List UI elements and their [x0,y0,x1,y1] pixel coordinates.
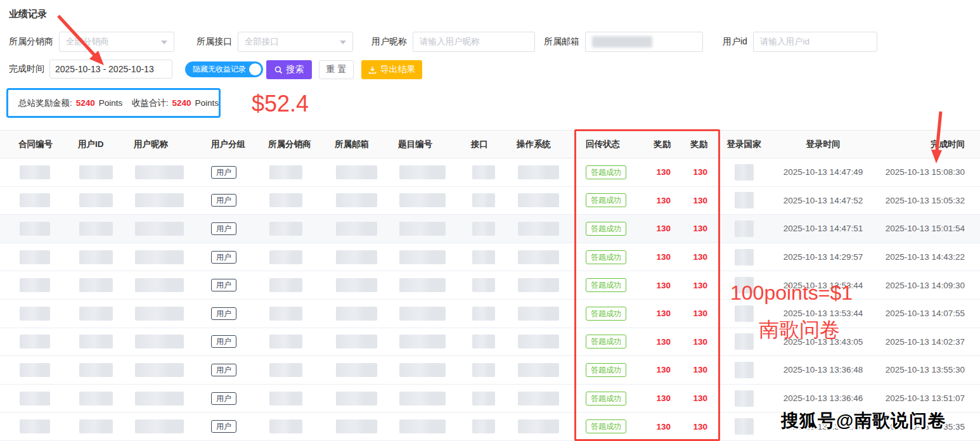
export-button[interactable]: 导出结果 [361,60,422,79]
distributor-select[interactable]: 全部分销商 [59,32,174,52]
email-cell [332,222,395,236]
nickname-cell [131,165,208,179]
reward2-cell: 130 [671,309,707,318]
filter-api: 所属接口 全部接口 [197,32,353,52]
redacted-cell-block [472,363,495,377]
reward2-value: 130 [693,196,707,205]
column-header: 用户分组 [208,139,265,150]
column-header: 题目编号 [395,139,468,150]
email-input[interactable] [585,32,703,52]
redacted-cell-block [20,307,50,321]
user-id-cell [72,392,131,406]
reward-value: 130 [656,337,671,347]
os-cell [513,419,575,433]
column-header: 所属分销商 [265,139,332,150]
distributor-cell [265,250,332,264]
nickname-cell [131,363,208,377]
email-cell [332,335,395,348]
reset-button[interactable]: 重 置 [319,60,354,79]
contract-no-cell [15,363,72,377]
email-cell [332,165,395,179]
api-cell [468,392,513,406]
redacted-cell-block [135,363,184,377]
finish-time-cell: 2025-10-13 15:08:30 [866,167,974,177]
os-cell [513,278,575,292]
question-no-cell [395,165,468,179]
finish-time: 2025-10-13 13:35:35 [886,422,965,431]
redacted-cell-block [336,392,377,406]
redacted-cell-block [79,193,113,207]
redacted-cell-block [135,419,184,433]
reward2-cell: 130 [671,281,707,290]
date-range-input[interactable]: 2025-10-13 - 2025-10-13 [49,60,172,79]
email-cell [332,419,395,433]
table-row: 用户答题成功1301302025-10-13 14:47:522025-10-1… [0,187,980,215]
reset-label: 重 置 [326,64,347,75]
login-time-cell: 2025-10-13 13:36:48 [780,365,866,374]
reward-cell: 130 [648,196,671,205]
api-cell [468,419,513,433]
date-range-value: 2025-10-13 - 2025-10-13 [55,64,154,74]
reward2-cell: 130 [671,365,707,374]
reward2-value: 130 [693,252,707,262]
status-badge: 答题成功 [586,222,626,236]
api-select[interactable]: 全部接口 [238,32,353,52]
os-cell [513,250,575,264]
distributor-cell [265,335,332,348]
login-time-cell: 2025-10-13 13:53:44 [780,281,866,290]
reward2-cell: 130 [671,167,707,177]
contract-no-cell [15,193,72,207]
login-time-cell: 2025-10-13 14:47:52 [780,196,866,205]
table-row: 用户答题成功1301302025-10-13 14:47:492025-10-1… [0,158,980,187]
status-cell: 答题成功 [575,193,648,207]
redacted-cell-block [20,250,50,264]
user-group-cell: 用户 [208,279,265,291]
redacted-cell-block [472,250,495,264]
redacted-cell-block [518,392,559,406]
redacted-cell-block [472,278,495,292]
reward-cell: 130 [648,252,671,262]
redacted-cell-block [269,222,302,236]
finish-time-cell: 2025-10-13 14:02:37 [866,337,974,347]
user-group-tag: 用户 [211,392,236,405]
user-id-label: 用户id [723,36,747,48]
reward2-cell: 130 [671,224,707,233]
reward2-cell: 130 [671,196,707,205]
search-icon [274,66,283,74]
redacted-cell-block [336,278,377,292]
table-row: 用户答题成功1301302025-10-13 14:47:512025-10-1… [0,215,980,243]
user-group-cell: 用户 [208,307,265,320]
redacted-cell-block [269,193,302,207]
nickname-cell [131,335,208,348]
status-badge: 答题成功 [586,392,626,406]
hide-no-income-toggle[interactable]: 隐藏无收益记录 [185,61,263,77]
reward2-cell: 130 [671,252,707,262]
reward-value: 130 [656,309,671,318]
user-group-tag: 用户 [211,335,236,348]
reward-value: 130 [656,224,671,233]
question-no-cell [395,363,468,377]
total-reward-unit: Points [99,98,123,108]
redacted-cell-block [20,165,50,179]
question-no-cell [395,335,468,348]
search-button[interactable]: 搜索 [266,60,312,79]
redacted-cell-block [735,362,754,378]
column-header: 接口 [468,139,513,150]
redacted-cell-block [269,419,302,433]
login-time: 2025-10-13 14:47:51 [783,224,863,233]
reward-value: 130 [656,252,671,262]
redacted-cell-block [269,363,302,377]
api-cell [468,165,513,179]
email-cell [332,250,395,264]
redacted-cell-block [735,305,754,322]
email-cell [332,392,395,406]
country-cell [707,333,780,350]
country-cell [707,390,780,407]
redacted-cell-block [20,363,50,377]
reward-value: 130 [656,281,671,290]
status-badge: 答题成功 [586,419,626,433]
nickname-input[interactable]: 请输入用户昵称 [413,32,535,52]
user-id-input[interactable]: 请输入用户id [753,32,877,52]
user-id-cell [72,335,131,348]
country-cell [707,164,780,181]
